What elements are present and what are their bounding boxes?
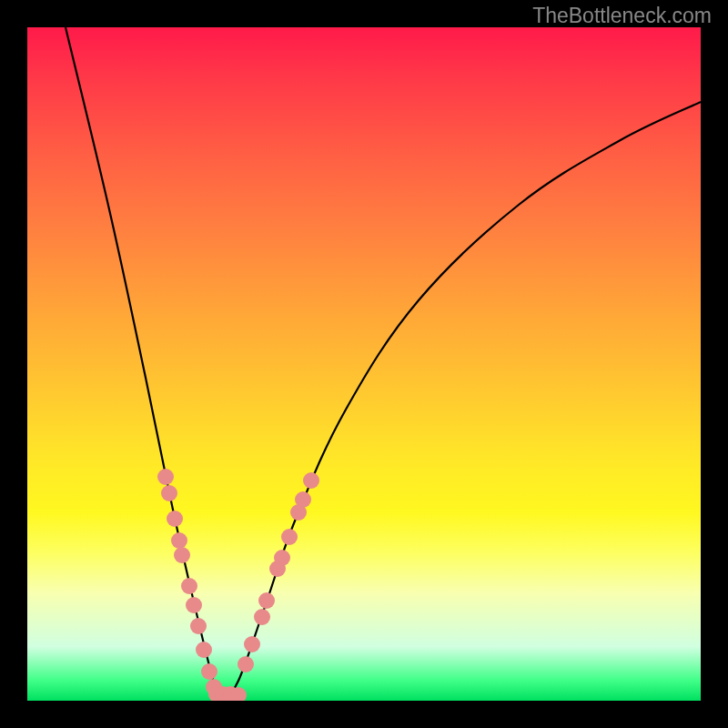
data-marker [196, 642, 212, 658]
data-marker [201, 663, 217, 680]
data-marker [238, 656, 254, 672]
data-marker [258, 592, 275, 609]
data-marker [274, 550, 290, 566]
curve-right-branch [223, 102, 701, 701]
data-marker [303, 472, 319, 489]
bottleneck-curve [27, 27, 701, 701]
data-marker [174, 547, 190, 563]
data-marker [295, 491, 311, 508]
watermark-text: TheBottleneck.com [532, 4, 712, 28]
data-marker [244, 636, 260, 652]
data-marker [186, 597, 202, 613]
data-marker [181, 578, 197, 594]
data-marker [161, 485, 177, 501]
data-marker [157, 469, 174, 485]
data-marker [167, 511, 183, 527]
data-marker [190, 618, 207, 634]
data-marker [171, 532, 187, 549]
data-marker [281, 529, 298, 545]
data-marker [254, 609, 270, 625]
